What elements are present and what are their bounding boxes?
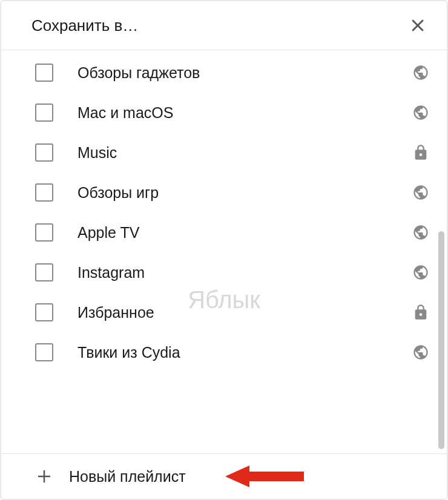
playlist-checkbox[interactable] <box>35 223 53 242</box>
annotation-arrow <box>225 463 304 490</box>
playlist-label: Music <box>77 144 412 162</box>
playlist-checkbox[interactable] <box>35 64 53 82</box>
playlist-item[interactable]: Apple TV <box>1 212 447 252</box>
playlist-label: Обзоры игр <box>77 184 412 202</box>
playlist-item[interactable]: Твики из Cydia <box>1 332 447 372</box>
playlist-checkbox[interactable] <box>35 263 53 281</box>
playlist-checkbox[interactable] <box>35 183 53 202</box>
globe-icon <box>412 64 430 82</box>
new-playlist-button[interactable]: Новый плейлист <box>1 453 447 499</box>
playlist-label: Избранное <box>77 304 412 321</box>
playlist-checkbox[interactable] <box>35 303 53 321</box>
dialog-title: Сохранить в… <box>31 16 138 35</box>
playlist-label: Обзоры гаджетов <box>77 64 412 82</box>
globe-icon <box>412 104 430 122</box>
playlist-item[interactable]: Instagram <box>1 252 447 292</box>
globe-icon <box>412 183 430 202</box>
globe-icon <box>412 263 430 281</box>
close-icon <box>409 16 427 35</box>
playlist-item[interactable]: Mac и macOS <box>1 93 447 133</box>
playlist-content: Яблык Обзоры гаджетовMac и macOSMusicОбз… <box>1 50 447 453</box>
playlist-label: Mac и macOS <box>77 104 412 122</box>
playlist-label: Твики из Cydia <box>77 344 412 361</box>
scrollbar-thumb[interactable] <box>438 231 444 449</box>
playlist-checkbox[interactable] <box>35 143 53 162</box>
playlist-item[interactable]: Обзоры игр <box>1 173 447 212</box>
lock-icon <box>412 303 430 321</box>
save-to-dialog: Сохранить в… Яблык Обзоры гаджетовMac и … <box>0 0 448 500</box>
globe-icon <box>412 223 430 242</box>
playlist-list: Обзоры гаджетовMac и macOSMusicОбзоры иг… <box>1 53 447 372</box>
dialog-header: Сохранить в… <box>1 1 447 50</box>
close-button[interactable] <box>406 13 430 38</box>
plus-icon <box>35 467 53 485</box>
playlist-label: Instagram <box>77 264 412 281</box>
playlist-item[interactable]: Избранное <box>1 292 447 332</box>
playlist-checkbox[interactable] <box>35 343 53 361</box>
playlist-label: Apple TV <box>77 224 412 242</box>
playlist-checkbox[interactable] <box>35 104 53 122</box>
playlist-item[interactable]: Music <box>1 133 447 173</box>
new-playlist-label: Новый плейлист <box>69 468 186 485</box>
svg-marker-4 <box>225 465 304 487</box>
lock-icon <box>412 143 430 162</box>
globe-icon <box>412 343 430 361</box>
playlist-item[interactable]: Обзоры гаджетов <box>1 53 447 93</box>
